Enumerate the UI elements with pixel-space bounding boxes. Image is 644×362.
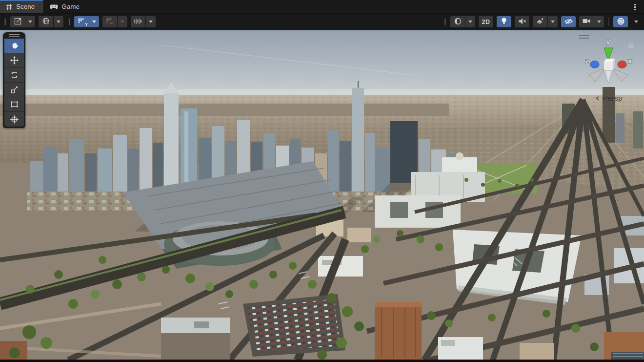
grid-snap-magnet-icon: [106, 17, 114, 26]
view-hand-tool[interactable]: [4, 39, 24, 53]
tool-handle-position-button[interactable]: [10, 16, 25, 27]
transform-icon: [10, 115, 19, 124]
pivot-center-icon: [14, 17, 22, 27]
scale-tool[interactable]: [4, 83, 24, 97]
rotate-icon: [10, 70, 19, 80]
camera-icon: [582, 18, 591, 26]
chevron-down-icon: [634, 21, 638, 23]
tool-handle-rotation-dropdown[interactable]: [54, 16, 63, 27]
tab-game[interactable]: Game: [44, 0, 88, 13]
gizmo-sphere-icon: [617, 17, 625, 27]
scene-visibility-button[interactable]: [561, 16, 576, 27]
grid-visibility-dropdown[interactable]: [89, 16, 99, 27]
unity-scene-window: Scene Game: [0, 0, 644, 362]
axis-z-label: z: [585, 57, 589, 65]
toolbar-separator: [608, 18, 609, 26]
city-render: [0, 30, 644, 360]
toolbar-drag-handle[interactable]: [444, 19, 446, 25]
effects-dropdown[interactable]: [548, 16, 558, 27]
light-bulb-icon: [501, 17, 507, 26]
tools-drag-handle[interactable]: [3, 32, 25, 39]
chevron-down-icon: [57, 21, 60, 23]
kebab-menu-icon[interactable]: [630, 2, 639, 12]
scene-3d-view[interactable]: y z x < Persp: [0, 30, 644, 360]
gizmos-dropdown[interactable]: [631, 16, 641, 27]
toolbar-drag-handle[interactable]: [68, 19, 70, 25]
rect-tool[interactable]: [4, 97, 24, 112]
toolbar-drag-handle[interactable]: [4, 19, 6, 25]
orientation-gizmo[interactable]: y z x: [582, 36, 635, 90]
increment-snap-icon: [134, 18, 142, 26]
chevron-down-icon: [92, 21, 96, 23]
move-tool[interactable]: [4, 53, 24, 68]
tab-bar: Scene Game: [0, 0, 644, 14]
move-arrows-icon: [10, 56, 19, 65]
persp-arrow-icon: <: [596, 94, 599, 103]
tools-overlay: [3, 32, 25, 128]
chevron-down-icon: [121, 21, 124, 23]
rect-tool-icon: [10, 100, 19, 109]
grid-axis-icon: [78, 17, 85, 26]
speaker-muted-icon: [518, 18, 526, 26]
tab-scene[interactable]: Scene: [0, 0, 43, 13]
audio-mute-button[interactable]: [515, 16, 529, 27]
chevron-down-icon: [149, 21, 153, 23]
grid-visibility-button[interactable]: Y: [74, 16, 89, 27]
increment-snap-dropdown[interactable]: [146, 16, 156, 27]
draw-mode-button[interactable]: [450, 16, 465, 27]
grid-snapping-dropdown[interactable]: [118, 16, 127, 27]
scene-lighting-button[interactable]: [497, 16, 511, 27]
chevron-down-icon: [468, 21, 472, 23]
2d-label: 2D: [482, 19, 490, 25]
window-bottom-edge: [0, 360, 644, 362]
axis-y-label: y: [606, 38, 610, 45]
camera-settings-dropdown[interactable]: [594, 16, 604, 27]
chevron-down-icon: [597, 21, 601, 23]
camera-settings-button[interactable]: [579, 16, 594, 27]
scene-toolbar: Y: [0, 14, 644, 30]
tab-scene-label: Scene: [16, 3, 35, 10]
increment-snap-button[interactable]: [131, 16, 145, 27]
grid-snapping-button[interactable]: [102, 16, 117, 27]
scene-grid-icon: [6, 3, 13, 10]
gizmos-toggle-button[interactable]: [613, 16, 628, 27]
gamepad-icon: [50, 4, 58, 10]
chevron-down-icon: [28, 21, 32, 23]
grid-axis-label: Y: [85, 21, 88, 27]
axis-x-label: x: [628, 57, 632, 65]
tool-handle-position-dropdown[interactable]: [25, 16, 35, 27]
effects-sparkle-icon: [536, 17, 544, 26]
scale-icon: [10, 85, 19, 94]
projection-toggle[interactable]: < Persp: [595, 94, 623, 103]
hand-icon: [10, 41, 19, 50]
eye-hidden-icon: [564, 18, 573, 26]
projection-label: Persp: [602, 94, 623, 103]
2d-toggle-button[interactable]: 2D: [479, 16, 493, 27]
effects-button[interactable]: [533, 16, 547, 27]
shaded-sphere-icon: [454, 17, 462, 27]
tool-handle-rotation-button[interactable]: [39, 16, 53, 27]
tab-game-label: Game: [61, 3, 80, 10]
chevron-down-icon: [551, 21, 555, 23]
rotate-tool[interactable]: [4, 68, 24, 83]
globe-local-icon: [42, 17, 50, 27]
draw-mode-dropdown[interactable]: [465, 16, 475, 27]
transform-tool[interactable]: [4, 112, 24, 127]
